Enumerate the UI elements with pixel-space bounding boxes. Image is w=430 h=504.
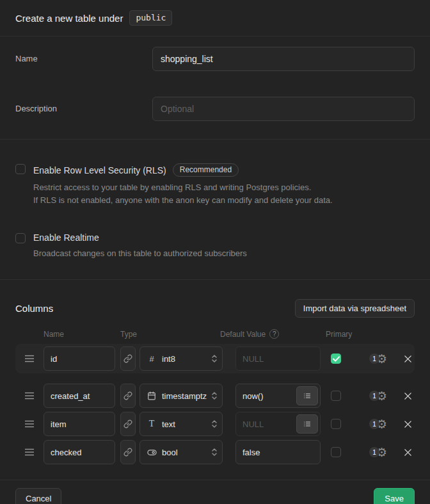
settings-count-badge: 1 [369,391,379,401]
rls-description-line2: If RLS is not enabled, anyone with the a… [33,194,333,207]
rls-description-line1: Restrict access to your table by enablin… [33,181,333,194]
close-icon [404,448,412,457]
realtime-checkbox[interactable] [15,233,26,243]
dialog-footer: Cancel Save [0,480,430,504]
remove-column-button[interactable] [401,446,414,459]
text-icon: T [147,419,157,429]
table-options-section: Enable Row Level Security (RLS) Recommen… [0,140,430,280]
column-name-input[interactable] [44,384,115,408]
save-button[interactable]: Save [374,488,415,504]
column-name-input[interactable] [44,440,115,464]
realtime-label: Enable Realtime [33,232,99,243]
column-row-created-at: timestamptz 1 ⚙ [15,384,415,408]
default-value-input [235,346,321,371]
columns-grid-headers: Name Type Default Value ? Primary [15,329,415,339]
settings-count-badge: 1 [369,354,379,364]
rls-checkbox[interactable] [15,164,26,174]
default-value-input[interactable] [235,440,321,464]
column-row-item: T text 1 ⚙ [15,412,415,436]
column-settings: 1 ⚙ [369,353,395,365]
columns-title: Columns [15,303,53,314]
recommended-badge: Recommended [173,163,239,177]
column-settings: 1 ⚙ [369,418,395,430]
schema-badge: public [129,10,172,26]
column-row-id: # int8 1 ⚙ [15,346,415,371]
columns-section: Columns Import data via spreadsheet Name… [0,280,430,480]
primary-checkbox[interactable] [331,391,341,401]
dialog-header: Create a new table under public [0,0,430,37]
calendar-icon [147,391,157,400]
foreign-key-link-button[interactable] [120,440,136,464]
column-type-select[interactable]: T text [139,412,223,436]
header-default-value: Default Value [220,330,266,339]
remove-column-button[interactable] [401,352,414,365]
column-row-checked: bool 1 ⚙ [15,440,415,464]
import-spreadsheet-button[interactable]: Import data via spreadsheet [295,299,415,318]
column-type-select[interactable]: # int8 [139,346,223,371]
link-icon [123,354,132,363]
chevron-updown-icon [211,354,218,363]
column-settings: 1 ⚙ [369,446,395,459]
list-icon [303,392,311,400]
drag-handle-icon[interactable] [15,419,44,428]
link-icon [123,391,132,400]
cancel-button[interactable]: Cancel [15,488,61,504]
chevron-updown-icon [211,448,218,457]
column-type-label: timestamptz [162,391,211,401]
column-name-input[interactable] [44,346,115,371]
toggle-icon [147,448,157,457]
header-name: Name [44,330,120,339]
column-type-label: text [162,419,211,429]
rls-label: Enable Row Level Security (RLS) [33,165,166,175]
column-type-select[interactable]: timestamptz [139,384,223,408]
link-icon [123,448,132,457]
table-description-input[interactable] [152,97,415,121]
settings-count-badge: 1 [369,447,379,457]
list-icon [303,420,311,428]
realtime-option: Enable Realtime Broadcast changes on thi… [15,232,415,260]
hash-icon: # [147,354,157,364]
column-settings: 1 ⚙ [369,390,395,402]
column-name-input[interactable] [44,412,115,436]
drag-handle-icon[interactable] [15,354,44,363]
close-icon [404,392,412,400]
table-info-section: Name Description [0,37,430,140]
settings-count-badge: 1 [369,419,379,429]
remove-column-button[interactable] [401,389,414,402]
primary-checkbox[interactable] [331,447,341,457]
header-primary: Primary [326,330,352,339]
chevron-updown-icon [211,391,218,400]
remove-column-button[interactable] [401,418,414,430]
primary-checkbox[interactable] [331,354,341,364]
rls-option: Enable Row Level Security (RLS) Recommen… [15,163,415,207]
header-type: Type [120,330,220,339]
help-icon[interactable]: ? [269,329,279,339]
close-icon [404,355,412,363]
dialog-title: Create a new table under [15,13,123,24]
column-type-label: bool [162,448,211,457]
primary-checkbox[interactable] [331,419,341,429]
foreign-key-link-button[interactable] [120,412,136,436]
foreign-key-link-button[interactable] [120,384,136,408]
close-icon [404,420,412,428]
description-label: Description [15,97,152,121]
column-row-id-panel: # int8 1 ⚙ [15,344,415,373]
drag-handle-icon[interactable] [15,391,44,400]
foreign-key-link-button[interactable] [120,346,136,371]
check-icon [333,356,340,362]
realtime-description: Broadcast changes on this table to autho… [33,247,247,260]
default-value-menu-button[interactable] [296,414,318,434]
column-type-select[interactable]: bool [139,440,223,464]
drag-handle-icon[interactable] [15,448,44,457]
name-label: Name [15,47,152,71]
table-name-input[interactable] [152,47,415,71]
chevron-updown-icon [211,419,218,428]
column-type-label: int8 [162,354,211,364]
default-value-menu-button[interactable] [296,386,318,405]
link-icon [123,419,132,428]
